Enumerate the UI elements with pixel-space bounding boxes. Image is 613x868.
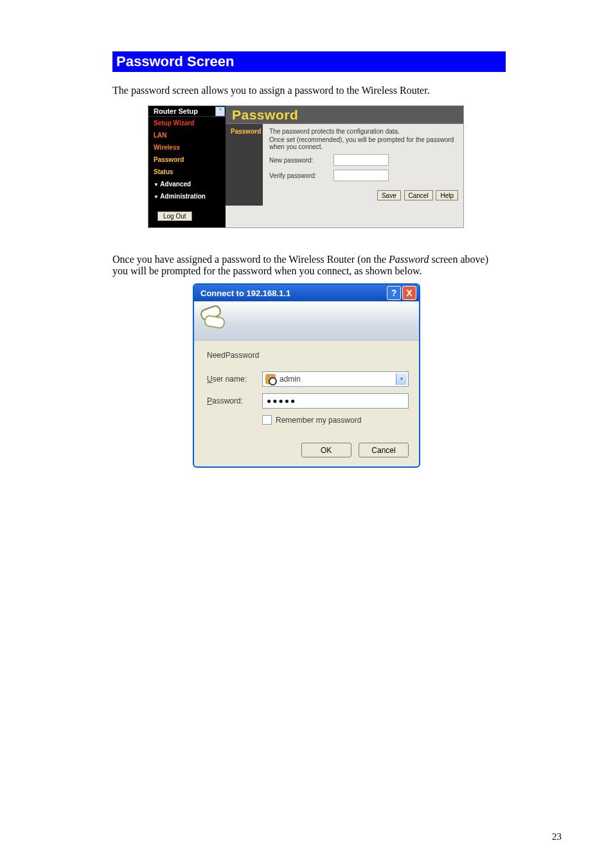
mid-para-before: Once you have assigned a password to the…	[112, 254, 389, 265]
cancel-button[interactable]: Cancel	[404, 190, 433, 200]
sidebar-group-administration[interactable]: ▼ Administration	[148, 190, 226, 202]
remember-password-checkbox[interactable]	[262, 415, 272, 425]
password-input[interactable]	[262, 393, 409, 409]
administration-label: Administration	[160, 193, 206, 200]
verify-password-input[interactable]	[333, 170, 389, 181]
new-password-label: New password:	[269, 157, 333, 164]
password-desc-line1: The password protects the configuration …	[269, 128, 458, 135]
router-sidebar-header: Router Setup ˄	[148, 106, 226, 117]
advanced-label: Advanced	[160, 181, 191, 188]
router-setup-screenshot: Router Setup ˄ Setup Wizard LAN Wireless…	[148, 105, 464, 228]
form-section-label: Password	[226, 124, 263, 206]
connect-dialog: Connect to 192.168.1.1 ? X NeedPassword …	[193, 283, 420, 468]
dialog-help-button[interactable]: ?	[387, 286, 401, 300]
keys-icon	[200, 307, 227, 334]
mid-paragraph: Once you have assigned a password to the…	[112, 254, 504, 277]
ok-button[interactable]: OK	[301, 443, 351, 457]
mid-para-italic: Password	[389, 254, 429, 265]
sidebar-item-password[interactable]: Password	[148, 154, 226, 166]
sidebar-item-status[interactable]: Status	[148, 166, 226, 178]
section-heading: Password Screen	[112, 51, 506, 72]
help-button[interactable]: Help	[436, 190, 458, 200]
router-main-title: Password	[226, 106, 463, 124]
triangle-down-icon: ▼	[154, 182, 159, 188]
password-label: Password:	[207, 396, 262, 405]
dialog-title: Connect to 192.168.1.1	[200, 288, 386, 298]
sidebar-header-text: Router Setup	[154, 107, 198, 115]
sidebar-group-advanced[interactable]: ▼ Advanced	[148, 178, 226, 190]
router-sidebar: Router Setup ˄ Setup Wizard LAN Wireless…	[148, 106, 226, 227]
user-icon	[265, 374, 276, 384]
sidebar-item-wireless[interactable]: Wireless	[148, 141, 226, 154]
chevron-down-icon[interactable]: ▾	[396, 373, 407, 385]
auth-realm-text: NeedPassword	[207, 351, 409, 360]
scroll-up-icon[interactable]: ˄	[215, 107, 225, 116]
verify-password-label: Verify password:	[269, 172, 333, 179]
sidebar-item-setup-wizard[interactable]: Setup Wizard	[148, 117, 226, 129]
remember-password-row[interactable]: Remember my password	[262, 415, 409, 425]
dialog-close-button[interactable]: X	[402, 286, 416, 300]
dialog-titlebar: Connect to 192.168.1.1 ? X	[194, 285, 419, 301]
username-label: User name:	[207, 375, 262, 384]
router-main-panel: Password Password The password protects …	[226, 106, 463, 227]
sidebar-item-lan[interactable]: LAN	[148, 129, 226, 141]
new-password-input[interactable]	[333, 154, 389, 166]
page-number: 23	[552, 831, 562, 842]
remember-password-label: Remember my password	[276, 416, 361, 425]
logout-button[interactable]: Log Out	[157, 211, 192, 221]
save-button[interactable]: Save	[377, 190, 401, 200]
intro-text: The password screen allows you to assign…	[112, 85, 498, 96]
username-value: admin	[280, 375, 396, 384]
triangle-down-icon: ▼	[154, 194, 159, 200]
username-combo[interactable]: admin ▾	[262, 371, 409, 387]
cancel-button[interactable]: Cancel	[359, 443, 409, 457]
password-desc-line2: Once set (recommended), you will be prom…	[269, 136, 458, 150]
dialog-header-strip	[194, 301, 419, 341]
